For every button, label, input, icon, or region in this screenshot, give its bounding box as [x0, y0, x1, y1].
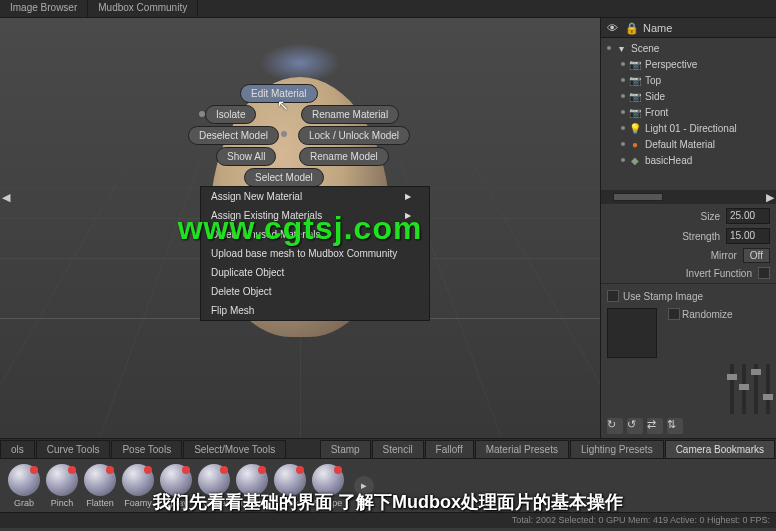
brush-ball-icon [236, 464, 268, 496]
mirror-toggle[interactable]: Off [743, 248, 770, 263]
brush-repeat[interactable]: Repeat [198, 464, 230, 508]
radial-lock-unlock[interactable]: Lock / Unlock Model [298, 126, 410, 145]
ctx-upload-base-mesh[interactable]: Upload base mesh to Mudbox Community [201, 244, 429, 263]
tree-item[interactable]: ▾Scene [601, 40, 776, 56]
bullet-icon [621, 62, 625, 66]
tree-item-label: Light 01 - Directional [645, 123, 737, 134]
brush-ball-icon [46, 464, 78, 496]
slider-2[interactable] [742, 364, 746, 414]
scene-icon: ▾ [615, 42, 627, 54]
slider-3[interactable] [754, 364, 758, 414]
brush-label: Pinch [51, 498, 74, 508]
brush-ball-icon [274, 464, 306, 496]
scroll-left-icon[interactable]: ◀ [2, 191, 10, 204]
tree-item[interactable]: ●Default Material [601, 136, 776, 152]
flip-v-icon[interactable]: ⇅ [667, 418, 683, 434]
ctx-assign-existing-materials[interactable]: Assign Existing Materials▶ [201, 206, 429, 225]
brush-indicator-icon [30, 466, 38, 474]
cam-icon: 📷 [629, 106, 641, 118]
more-brushes-button[interactable]: ▸ [354, 476, 374, 496]
brush-imprint[interactable]: Imprint [236, 464, 268, 508]
tree-item[interactable]: 📷Top [601, 72, 776, 88]
tab-curve-tools[interactable]: Curve Tools [36, 440, 111, 458]
tree-item[interactable]: 📷Perspective [601, 56, 776, 72]
lock-icon[interactable]: 🔒 [625, 22, 637, 34]
viewport-3d[interactable]: Edit Material Isolate Rename Material De… [0, 18, 600, 438]
rotate-ccw-icon[interactable]: ↺ [627, 418, 643, 434]
brush-ball-icon [8, 464, 40, 496]
context-menu: Assign New Material▶ Assign Existing Mat… [200, 186, 430, 321]
radial-show-all[interactable]: Show All [216, 147, 276, 166]
brush-flatten[interactable]: Flatten [84, 464, 116, 508]
ctx-delete-object[interactable]: Delete Object [201, 282, 429, 301]
brush-ball-icon [160, 464, 192, 496]
radial-isolate[interactable]: Isolate [205, 105, 256, 124]
brush-foamy[interactable]: Foamy [122, 464, 154, 508]
radial-edit-material[interactable]: Edit Material [240, 84, 318, 103]
bullet-icon [607, 46, 611, 50]
brush-label: Imprint [238, 498, 266, 508]
brush-wax[interactable]: Wax [274, 464, 306, 508]
dot-icon [281, 131, 287, 137]
stamp-checkbox[interactable] [607, 290, 619, 302]
flip-h-icon[interactable]: ⇄ [647, 418, 663, 434]
tab-image-browser[interactable]: Image Browser [0, 0, 88, 17]
stamp-label: Use Stamp Image [623, 291, 703, 302]
randomize-checkbox[interactable] [668, 308, 680, 320]
radial-select-model[interactable]: Select Model [244, 168, 324, 187]
brush-scrape[interactable]: Scrape [312, 464, 344, 508]
ctx-delete-unused-materials[interactable]: Delete Unused Materials [201, 225, 429, 244]
tab-mudbox-community[interactable]: Mudbox Community [88, 0, 198, 17]
ctx-duplicate-object[interactable]: Duplicate Object [201, 263, 429, 282]
bullet-icon [621, 126, 625, 130]
tree-item[interactable]: 📷Side [601, 88, 776, 104]
scroll-thumb[interactable] [613, 193, 663, 201]
visibility-icon[interactable]: 👁 [607, 22, 619, 34]
tab-stencil[interactable]: Stencil [372, 440, 424, 458]
scrollbar-horizontal[interactable]: ◀ ▶ [601, 190, 776, 204]
radial-rename-model[interactable]: Rename Model [299, 147, 389, 166]
tab-lighting-presets[interactable]: Lighting Presets [570, 440, 664, 458]
strength-input[interactable]: 15.00 [726, 228, 770, 244]
brush-indicator-icon [220, 466, 228, 474]
stamp-thumbnail[interactable] [607, 308, 657, 358]
brush-spray[interactable]: Spray [160, 464, 192, 508]
tab-stamp[interactable]: Stamp [320, 440, 371, 458]
brush-label: Foamy [124, 498, 152, 508]
tree-item-label: Perspective [645, 59, 697, 70]
invert-checkbox[interactable] [758, 267, 770, 279]
tab-material-presets[interactable]: Material Presets [475, 440, 569, 458]
mesh-icon: ◆ [629, 154, 641, 166]
rotate-icon[interactable]: ↻ [607, 418, 623, 434]
tree-header-label: Name [643, 22, 672, 34]
brush-ball-icon [198, 464, 230, 496]
tab-falloff[interactable]: Falloff [425, 440, 474, 458]
brush-bar: GrabPinchFlattenFoamySprayRepeatImprintW… [0, 458, 776, 512]
tree-item[interactable]: 💡Light 01 - Directional [601, 120, 776, 136]
ctx-flip-mesh[interactable]: Flip Mesh [201, 301, 429, 320]
tab-select-move-tools[interactable]: Select/Move Tools [183, 440, 286, 458]
tree-item[interactable]: 📷Front [601, 104, 776, 120]
ctx-assign-new-material[interactable]: Assign New Material▶ [201, 187, 429, 206]
tree-header: 👁 🔒 Name [601, 18, 776, 38]
size-input[interactable]: 25.00 [726, 208, 770, 224]
brush-label: Repeat [199, 498, 228, 508]
tab-camera-bookmarks[interactable]: Camera Bookmarks [665, 440, 775, 458]
radial-deselect-model[interactable]: Deselect Model [188, 126, 279, 145]
brush-pinch[interactable]: Pinch [46, 464, 78, 508]
tree-item-label: Side [645, 91, 665, 102]
tab-pose-tools[interactable]: Pose Tools [111, 440, 182, 458]
brush-label: Spray [164, 498, 188, 508]
stamp-section: Use Stamp Image Randomize ↻ ↺ ⇄ ⇅ [601, 283, 776, 438]
brush-indicator-icon [296, 466, 304, 474]
slider-1[interactable] [730, 364, 734, 414]
scene-tree[interactable]: ▾Scene📷Perspective📷Top📷Side📷Front💡Light … [601, 38, 776, 190]
slider-4[interactable] [766, 364, 770, 414]
brush-grab[interactable]: Grab [8, 464, 40, 508]
brush-label: Flatten [86, 498, 114, 508]
scroll-right-icon[interactable]: ▶ [766, 191, 774, 204]
brush-ball-icon [84, 464, 116, 496]
radial-rename-material[interactable]: Rename Material [301, 105, 399, 124]
tab-ols[interactable]: ols [0, 440, 35, 458]
tree-item[interactable]: ◆basicHead [601, 152, 776, 168]
